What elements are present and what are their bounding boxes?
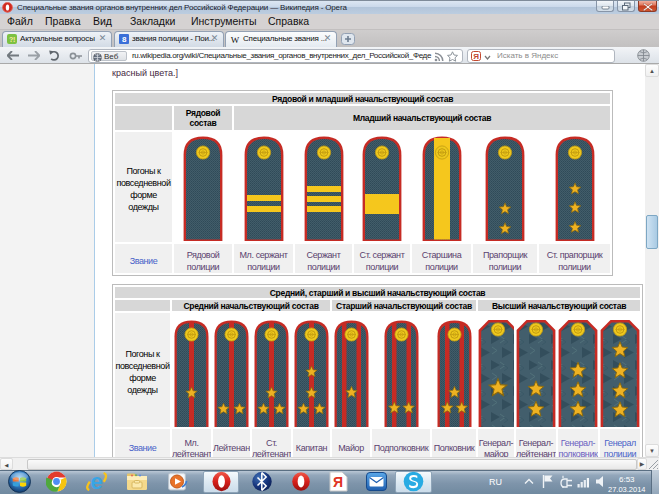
- svg-text:Я: Я: [473, 52, 479, 61]
- svg-text:?!: ?!: [9, 36, 15, 43]
- svg-text:Я: Я: [333, 474, 343, 490]
- svg-text:e: e: [90, 470, 102, 493]
- svg-text:W: W: [231, 35, 240, 45]
